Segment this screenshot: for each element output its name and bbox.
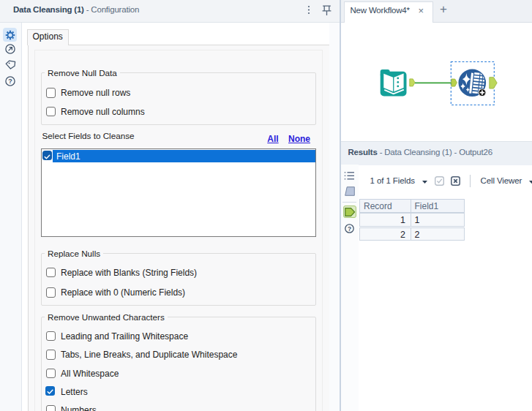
svg-text:?: ?	[348, 225, 351, 233]
svg-text:?: ?	[8, 78, 12, 85]
